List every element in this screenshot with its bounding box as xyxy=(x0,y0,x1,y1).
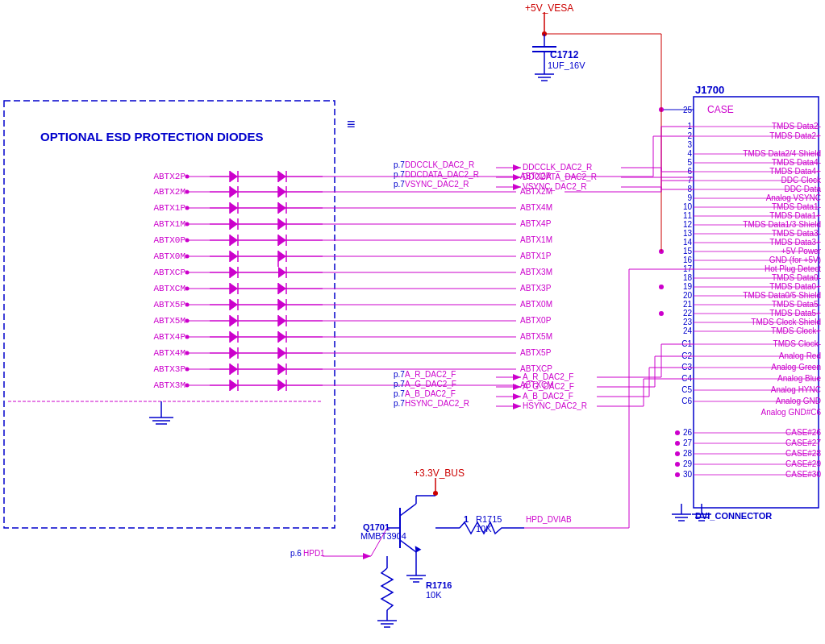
svg-text:TMDS Data2/4 Shield: TMDS Data2/4 Shield xyxy=(743,149,821,158)
svg-text:Analog HYNC: Analog HYNC xyxy=(771,385,821,394)
svg-text:GND (for +5V): GND (for +5V) xyxy=(769,256,821,264)
svg-text:10K: 10K xyxy=(426,590,442,600)
svg-text:ABTX3P: ABTX3P xyxy=(153,364,185,374)
svg-text:DDCCLK_DAC2_R: DDCCLK_DAC2_R xyxy=(523,163,592,172)
svg-point-161 xyxy=(185,368,190,372)
svg-text:p.7: p.7 xyxy=(394,380,405,388)
svg-point-18 xyxy=(185,190,190,194)
svg-point-83 xyxy=(185,271,190,275)
svg-point-263 xyxy=(659,311,664,316)
svg-text:19: 19 xyxy=(683,282,693,291)
svg-text:ABTX4M: ABTX4M xyxy=(153,348,185,358)
svg-point-135 xyxy=(185,335,190,339)
svg-text:R1715: R1715 xyxy=(476,514,502,524)
svg-text:ABTX5M: ABTX5M xyxy=(520,332,552,341)
svg-text:24: 24 xyxy=(683,326,693,335)
svg-text:ABTXCM: ABTXCM xyxy=(153,284,185,293)
svg-text:A_B_DAC2_F: A_B_DAC2_F xyxy=(523,392,573,401)
svg-text:TMDS Data1+: TMDS Data1+ xyxy=(769,211,821,220)
svg-point-5 xyxy=(185,175,190,179)
svg-text:3: 3 xyxy=(687,140,692,149)
svg-text:CASE#26: CASE#26 xyxy=(785,428,821,437)
svg-point-423 xyxy=(433,491,438,496)
svg-text:TMDS Data1/3 Shield: TMDS Data1/3 Shield xyxy=(743,220,821,229)
svg-text:p.7: p.7 xyxy=(394,170,405,179)
svg-text:DVI_CONNECTOR: DVI_CONNECTOR xyxy=(695,511,772,521)
svg-text:28: 28 xyxy=(683,449,693,458)
svg-text:TMDS Data2+: TMDS Data2+ xyxy=(769,131,821,140)
svg-text:ABTX2M: ABTX2M xyxy=(153,187,185,197)
svg-text:J1700: J1700 xyxy=(695,84,724,96)
svg-text:ABTX1M: ABTX1M xyxy=(153,219,185,229)
svg-text:1UF_16V: 1UF_16V xyxy=(548,60,585,70)
svg-text:ABTX3M: ABTX3M xyxy=(520,268,552,276)
svg-text:TMDS Data0/5 Shield: TMDS Data0/5 Shield xyxy=(743,291,821,300)
svg-text:A_G_DAC2_F: A_G_DAC2_F xyxy=(405,380,456,388)
svg-text:5: 5 xyxy=(687,158,692,167)
svg-text:ABTX2P: ABTX2P xyxy=(520,172,552,181)
svg-point-70 xyxy=(185,255,190,259)
svg-point-109 xyxy=(185,303,190,307)
svg-text:29: 29 xyxy=(683,459,693,468)
svg-text:10K: 10K xyxy=(476,524,492,534)
svg-text:VSYNC_DAC2_R: VSYNC_DAC2_R xyxy=(405,180,469,189)
svg-text:10: 10 xyxy=(683,202,693,211)
svg-text:20: 20 xyxy=(683,291,693,300)
svg-text:A_R_DAC2_F: A_R_DAC2_F xyxy=(523,372,573,381)
svg-text:p.7: p.7 xyxy=(394,370,405,379)
svg-text:ABTX1P: ABTX1P xyxy=(520,251,552,260)
svg-text:Analog Blue: Analog Blue xyxy=(777,374,821,383)
svg-text:22: 22 xyxy=(683,309,693,318)
svg-text:p.7: p.7 xyxy=(394,399,405,408)
svg-text:+5V_VESA: +5V_VESA xyxy=(525,2,573,14)
svg-text:TMDS Data5-: TMDS Data5- xyxy=(772,300,821,309)
svg-text:ABTX0P: ABTX0P xyxy=(153,235,185,245)
svg-point-122 xyxy=(185,319,190,323)
svg-text:p.6: p.6 xyxy=(290,549,302,558)
svg-text:DDCCLK_DAC2_R: DDCCLK_DAC2_R xyxy=(405,160,474,169)
svg-text:ABTX2M: ABTX2M xyxy=(520,187,552,196)
svg-text:HSYNC_DAC2_R: HSYNC_DAC2_R xyxy=(405,399,469,408)
svg-text:C6: C6 xyxy=(681,397,692,405)
svg-text:15: 15 xyxy=(683,247,693,256)
svg-text:CASE#27: CASE#27 xyxy=(785,438,821,447)
svg-text:p.7: p.7 xyxy=(394,389,405,398)
svg-text:13: 13 xyxy=(683,229,693,238)
svg-text:Analog Red: Analog Red xyxy=(779,351,821,360)
svg-text:DDC Clock: DDC Clock xyxy=(781,176,822,185)
svg-text:OPTIONAL ESD PROTECTION DIODES: OPTIONAL ESD PROTECTION DIODES xyxy=(40,130,263,143)
svg-point-174 xyxy=(185,384,190,388)
svg-text:14: 14 xyxy=(683,238,693,247)
svg-text:TMDS Data1-: TMDS Data1- xyxy=(772,202,821,211)
svg-text:ABTX0P: ABTX0P xyxy=(520,316,552,325)
svg-text:TMDS Data5+: TMDS Data5+ xyxy=(769,309,821,318)
svg-text:27: 27 xyxy=(683,438,693,447)
svg-text:CASE: CASE xyxy=(707,104,734,115)
svg-text:ABTX2P: ABTX2P xyxy=(153,172,185,181)
svg-text:CASE#28: CASE#28 xyxy=(785,449,821,458)
svg-point-308 xyxy=(675,472,680,477)
svg-text:26: 26 xyxy=(683,428,693,437)
svg-text:TMDS Clock-: TMDS Clock- xyxy=(773,339,821,348)
svg-point-296 xyxy=(675,441,680,446)
svg-text:p.7: p.7 xyxy=(394,160,405,169)
svg-text:ABTX1M: ABTX1M xyxy=(520,235,552,244)
svg-text:DDC Data: DDC Data xyxy=(784,185,821,193)
svg-text:+3.3V_BUS: +3.3V_BUS xyxy=(414,467,465,479)
svg-point-300 xyxy=(675,451,680,456)
svg-text:TMDS Data4-: TMDS Data4- xyxy=(772,158,821,167)
svg-text:Analog VSYNC: Analog VSYNC xyxy=(766,193,821,202)
svg-point-292 xyxy=(675,430,680,435)
svg-text:CASE#30: CASE#30 xyxy=(785,470,821,479)
svg-text:ABTX0M: ABTX0M xyxy=(520,300,552,309)
svg-text:A_G_DAC2_F: A_G_DAC2_F xyxy=(523,382,574,391)
schematic-canvas: { "title": "ESD Protection Diodes and DV… xyxy=(0,0,825,644)
svg-text:TMDS Clock Shield: TMDS Clock Shield xyxy=(751,318,821,326)
svg-text:ABTX5M: ABTX5M xyxy=(153,316,185,326)
svg-point-96 xyxy=(185,287,190,291)
svg-text:TMDS Data2-: TMDS Data2- xyxy=(772,122,821,131)
svg-text:HSYNC_DAC2_R: HSYNC_DAC2_R xyxy=(523,401,587,410)
svg-text:DDCDATA_DAC2_R: DDCDATA_DAC2_R xyxy=(405,170,479,179)
svg-text:ABTX3P: ABTX3P xyxy=(520,284,552,293)
svg-text:HPD1: HPD1 xyxy=(303,549,325,558)
